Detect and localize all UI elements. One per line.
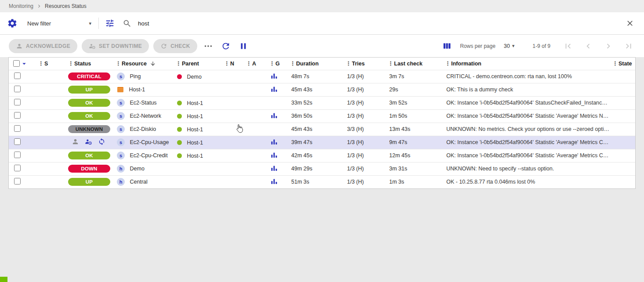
column-menu-icon[interactable]: ⋮ <box>116 60 120 67</box>
breadcrumb-resources-status[interactable]: Resources Status <box>45 3 87 9</box>
rows-per-page-label: Rows per page <box>460 43 496 49</box>
column-header-severity[interactable]: S <box>44 61 48 67</box>
column-menu-icon[interactable]: ⋮ <box>290 60 295 67</box>
column-header-tries[interactable]: Tries <box>352 61 365 67</box>
row-checkbox[interactable] <box>14 165 21 171</box>
parent-name[interactable]: Host-1 <box>187 152 203 159</box>
saved-filter-select[interactable]: New filter ▾ <box>25 18 94 29</box>
sort-descending-icon[interactable] <box>148 61 156 67</box>
table-header-row: ⋮S ⋮Status ⋮Resource ⋮Parent ⋮N ⋮A ⋮G ⋮D… <box>9 58 635 70</box>
graph-icon[interactable] <box>271 72 278 79</box>
parent-name[interactable]: Host-1 <box>187 126 203 132</box>
resource-name[interactable]: Host-1 <box>129 87 145 93</box>
column-menu-icon[interactable]: ⋮ <box>176 60 181 67</box>
parent-status-dot <box>177 127 182 132</box>
resource-name[interactable]: Central <box>130 179 147 185</box>
table-row[interactable]: OK s Ec2-Cpu-Credit Host-1 42m 45s 1/3 (… <box>9 149 635 162</box>
status-badge: UP <box>68 86 110 94</box>
row-checkbox[interactable] <box>14 99 21 105</box>
column-header-information[interactable]: Information <box>451 61 481 67</box>
resource-type-icon: s <box>117 99 125 107</box>
table-row[interactable]: UNKNOWN s Ec2-Diskio Host-1 45m 43s 3/3 … <box>9 123 635 136</box>
column-header-last-check[interactable]: Last check <box>394 61 423 67</box>
columns-icon[interactable] <box>441 40 453 52</box>
table-row[interactable]: s Ec2-Cpu-Usage Host-1 39m 47s 1/3 (H) 9… <box>9 136 635 149</box>
column-header-parent[interactable]: Parent <box>182 61 199 67</box>
row-checkbox[interactable] <box>14 86 21 92</box>
rows-per-page-value: 30 <box>504 43 510 49</box>
close-icon[interactable] <box>624 17 636 29</box>
resource-type-icon: h <box>117 165 125 173</box>
refresh-icon[interactable] <box>219 40 232 53</box>
graph-icon[interactable] <box>271 112 278 119</box>
check-button[interactable]: CHECK <box>153 39 197 53</box>
resource-type-icon: s <box>117 112 125 120</box>
column-header-resource[interactable]: Resource <box>122 61 147 67</box>
next-page-icon[interactable] <box>602 40 615 53</box>
column-menu-icon[interactable]: ⋮ <box>224 60 229 67</box>
previous-page-icon[interactable] <box>582 40 595 53</box>
resource-name[interactable]: Ec2-Network <box>130 113 161 119</box>
column-menu-icon[interactable]: ⋮ <box>612 60 617 67</box>
select-all-checkbox[interactable] <box>13 60 20 67</box>
duration-cell: 39m 47s <box>288 136 344 149</box>
table-row[interactable]: UP h Central 51m 3s 1/3 (H) 1m 3s OK - 1… <box>9 175 635 188</box>
column-menu-icon[interactable]: ⋮ <box>68 60 73 67</box>
forced-check-icon <box>98 138 105 145</box>
column-menu-icon[interactable]: ⋮ <box>269 60 274 67</box>
column-menu-icon[interactable]: ⋮ <box>246 60 251 67</box>
graph-icon[interactable] <box>271 165 278 171</box>
column-header-action[interactable]: A <box>252 61 256 67</box>
search-input[interactable] <box>137 20 624 27</box>
column-menu-icon[interactable]: ⋮ <box>388 60 393 67</box>
column-menu-icon[interactable]: ⋮ <box>445 60 450 67</box>
pause-icon[interactable] <box>237 40 250 53</box>
row-checkbox[interactable] <box>14 152 21 158</box>
column-header-status[interactable]: Status <box>74 61 91 67</box>
column-header-notes[interactable]: N <box>230 61 234 67</box>
rows-per-page-select[interactable]: 30 ▾ <box>504 43 514 49</box>
parent-name[interactable]: Host-1 <box>187 100 203 106</box>
set-downtime-button[interactable]: SET DOWNTIME <box>82 39 149 53</box>
resource-name[interactable]: Ec2-Cpu-Usage <box>130 139 169 145</box>
graph-icon[interactable] <box>271 138 278 145</box>
parent-name[interactable]: Host-1 <box>187 113 203 119</box>
row-checkbox[interactable] <box>14 138 21 145</box>
tune-icon[interactable] <box>103 17 116 30</box>
resource-name[interactable]: Ec2-Diskio <box>130 126 156 132</box>
gear-icon[interactable] <box>5 16 19 30</box>
graph-icon[interactable] <box>271 86 278 92</box>
last-check-cell: 3m 7s <box>386 70 443 83</box>
first-page-icon[interactable] <box>561 40 575 53</box>
table-row[interactable]: OK s Ec2-Status Host-1 33m 52s 1/3 (H) 3… <box>9 96 635 109</box>
table-row[interactable]: CRITICAL s Ping Demo 48m 7s 1/3 (H) 3m 7… <box>9 70 635 83</box>
graph-icon[interactable] <box>271 178 278 184</box>
column-header-duration[interactable]: Duration <box>296 61 318 67</box>
tries-cell: 1/3 (H) <box>344 149 386 162</box>
last-page-icon[interactable] <box>622 40 635 53</box>
resource-name[interactable]: Ping <box>130 73 141 80</box>
acknowledge-button[interactable]: ACKNOWLEDGE <box>9 39 77 53</box>
person-icon <box>16 43 23 50</box>
column-header-graph[interactable]: G <box>275 61 280 67</box>
column-header-state[interactable]: State <box>619 61 632 67</box>
row-checkbox[interactable] <box>14 125 21 132</box>
breadcrumb-monitoring[interactable]: Monitoring <box>9 3 33 9</box>
graph-icon[interactable] <box>271 152 278 158</box>
parent-status-dot <box>177 74 182 79</box>
resource-name[interactable]: Ec2-Cpu-Credit <box>130 152 167 159</box>
resource-name[interactable]: Demo <box>130 166 144 172</box>
parent-name[interactable]: Host-1 <box>187 139 203 145</box>
table-row[interactable]: UP Host-1 45m 43s 1/3 (H) 29s OK: This i… <box>9 83 635 96</box>
row-checkbox[interactable] <box>14 72 21 79</box>
table-row[interactable]: DOWN h Demo 49m 29s 1/3 (H) 3m 31s UNKNO… <box>9 162 635 175</box>
column-menu-icon[interactable]: ⋮ <box>346 60 351 67</box>
parent-name[interactable]: Demo <box>187 73 201 80</box>
column-menu-icon[interactable]: ⋮ <box>38 60 43 67</box>
row-checkbox[interactable] <box>14 112 21 119</box>
row-checkbox[interactable] <box>14 178 21 184</box>
more-actions-icon[interactable] <box>202 40 215 53</box>
select-rows-caret-icon[interactable] <box>20 60 28 68</box>
table-row[interactable]: OK s Ec2-Network Host-1 36m 50s 1/3 (H) … <box>9 109 635 123</box>
resource-name[interactable]: Ec2-Status <box>130 100 156 106</box>
